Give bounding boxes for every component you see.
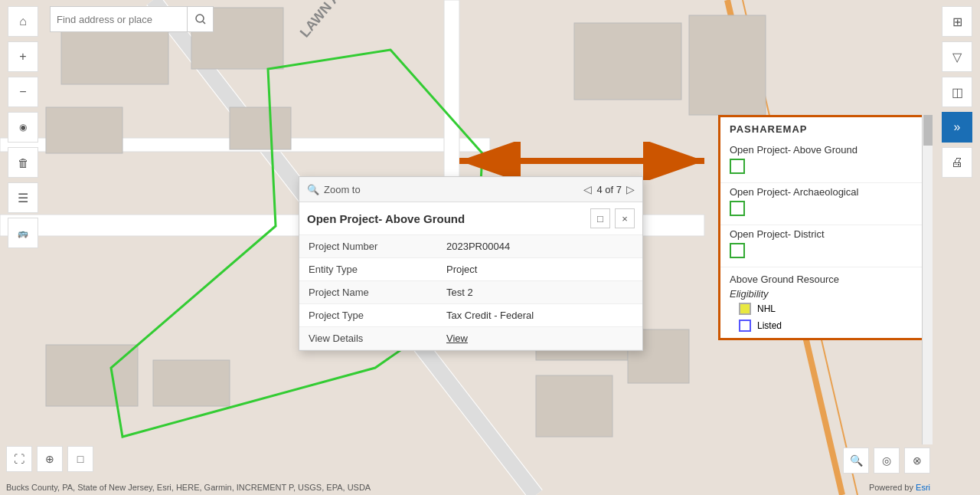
popup-title: Open Project- Above Ground xyxy=(307,212,465,225)
table-row: Entity Type Project xyxy=(299,258,642,281)
powered-by-prefix: Powered by xyxy=(869,483,916,492)
home-button[interactable]: ⌂ xyxy=(8,6,38,37)
legend-item-archaeological: Open Project- Archaeological xyxy=(720,183,930,225)
popup-title-actions: □ × xyxy=(590,208,635,228)
field-value: 2023PR00044 xyxy=(437,235,642,258)
search-button[interactable] xyxy=(188,6,214,32)
zoom-icon: 🔍 xyxy=(307,184,319,195)
field-value: Tax Credit - Federal xyxy=(437,304,642,327)
table-row: Project Type Tax Credit - Federal xyxy=(299,304,642,327)
collapse-panel-button[interactable]: » xyxy=(942,112,972,143)
svg-point-27 xyxy=(196,15,204,22)
close-map-button[interactable]: ⊗ xyxy=(904,447,930,474)
popup-close-button[interactable]: × xyxy=(615,208,635,228)
legend-nhl-icon xyxy=(739,303,751,315)
popup-maximize-button[interactable]: □ xyxy=(590,208,610,228)
svg-line-28 xyxy=(203,21,205,24)
field-value: Project xyxy=(437,258,642,281)
legend-item-label: Open Project- District xyxy=(730,228,921,240)
layers-button[interactable]: ☰ xyxy=(8,182,38,213)
bottom-right-icons: 🔍 ◎ ⊗ xyxy=(843,447,930,474)
table-row: View Details View xyxy=(299,327,642,350)
legend-listed-label: Listed xyxy=(757,320,782,331)
zoom-extent-button[interactable]: 🔍 xyxy=(843,447,869,474)
legend-checkbox-above-ground[interactable] xyxy=(730,159,745,174)
attribution: Bucks County, PA, State of New Jersey, E… xyxy=(6,483,371,492)
legend-nhl-label: NHL xyxy=(757,303,776,314)
field-label: Project Type xyxy=(299,304,437,327)
popup-zoom[interactable]: 🔍 Zoom to xyxy=(307,184,361,195)
legend-checkbox-archaeological[interactable] xyxy=(730,201,745,216)
left-toolbar: ⌂ + − ◉ 🗑 ☰ 🚌 xyxy=(0,0,46,495)
search-input[interactable] xyxy=(50,6,188,32)
legend-checkbox-district[interactable] xyxy=(730,243,745,258)
field-label: Entity Type xyxy=(299,258,437,281)
svg-rect-18 xyxy=(689,15,766,115)
popup-header: 🔍 Zoom to ◁ 4 of 7 ▷ xyxy=(299,177,642,202)
legend-panel: PASHAREMAP Open Project- Above Ground Op… xyxy=(718,115,933,340)
legend-nhl-item: NHL xyxy=(720,301,930,318)
table-row: Project Name Test 2 xyxy=(299,281,642,304)
esri-link[interactable]: Esri xyxy=(916,483,930,492)
powered-by: Powered by Esri xyxy=(869,483,930,492)
field-label: View Details xyxy=(299,327,437,350)
feature-popup: 🔍 Zoom to ◁ 4 of 7 ▷ Open Project- Above… xyxy=(299,176,643,351)
popup-nav-label: 4 of 7 xyxy=(596,184,622,195)
zoom-in-button[interactable]: + xyxy=(8,41,38,72)
nav-prev-button[interactable]: ◁ xyxy=(583,183,592,195)
marker-button[interactable]: ◉ xyxy=(8,112,38,143)
popup-title-bar: Open Project- Above Ground □ × xyxy=(299,202,642,235)
zoom-out-button[interactable]: − xyxy=(8,77,38,107)
gps-button[interactable]: ◎ xyxy=(874,447,900,474)
popup-nav: ◁ 4 of 7 ▷ xyxy=(583,183,635,195)
legend-section-title: Above Ground Resource xyxy=(720,267,930,288)
legend-item-label: Open Project- Archaeological xyxy=(730,186,921,198)
popup-table: Project Number 2023PR00044 Entity Type P… xyxy=(299,235,642,350)
basemap-button[interactable]: 🚌 xyxy=(8,218,38,248)
print-button[interactable]: 🖨 xyxy=(942,147,972,178)
legend-eligibility-title: Eligibility xyxy=(720,288,930,301)
search-bar xyxy=(50,6,214,32)
svg-rect-13 xyxy=(153,360,230,406)
svg-rect-17 xyxy=(574,23,681,100)
legend-listed-item: Listed xyxy=(720,318,930,335)
svg-rect-15 xyxy=(536,375,612,437)
location-button[interactable]: ⊕ xyxy=(37,446,63,472)
svg-rect-12 xyxy=(46,345,138,406)
legend-title: PASHAREMAP xyxy=(720,117,930,141)
fullscreen-button[interactable]: ⛶ xyxy=(6,446,32,472)
grid-button[interactable]: ⊞ xyxy=(942,6,972,37)
field-value: Test 2 xyxy=(437,281,642,304)
legend-item-district: Open Project- District xyxy=(720,225,930,267)
table-row: Project Number 2023PR00044 xyxy=(299,235,642,258)
legend-listed-icon xyxy=(739,320,751,332)
svg-rect-10 xyxy=(46,107,122,153)
legend-scrollbar[interactable] xyxy=(922,115,933,444)
delete-button[interactable]: 🗑 xyxy=(8,147,38,178)
right-toolbar: ⊞ ▽ ◫ » 🖨 xyxy=(934,0,980,495)
filter-button[interactable]: ▽ xyxy=(942,41,972,72)
svg-rect-11 xyxy=(230,107,291,149)
layers-toggle-button[interactable]: ◫ xyxy=(942,77,972,107)
search-icon xyxy=(195,14,206,25)
bottom-toolbar: ⛶ ⊕ □ xyxy=(0,446,153,472)
nav-next-button[interactable]: ▷ xyxy=(626,183,635,195)
legend-item-above-ground: Open Project- Above Ground xyxy=(720,141,930,182)
view-details-link[interactable]: View xyxy=(437,327,642,350)
field-label: Project Number xyxy=(299,235,437,258)
zoom-label: Zoom to xyxy=(324,184,361,195)
select-button[interactable]: □ xyxy=(67,446,93,472)
field-label: Project Name xyxy=(299,281,437,304)
legend-item-label: Open Project- Above Ground xyxy=(730,144,921,156)
